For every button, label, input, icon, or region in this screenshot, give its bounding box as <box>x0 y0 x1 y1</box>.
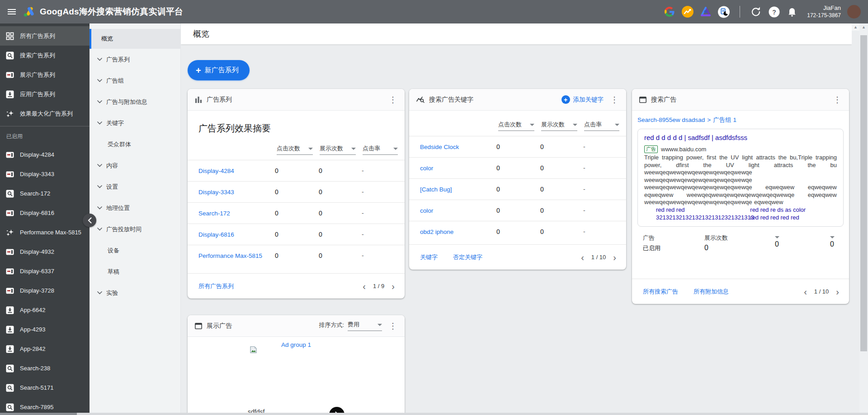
sitelink[interactable]: red red red <box>656 206 685 213</box>
all-extensions-link[interactable]: 所有附加信息 <box>693 288 729 296</box>
campaign-link[interactable]: Display-3343 <box>198 189 275 196</box>
sitelink[interactable]: 321321321321321321312321321313 <box>656 214 754 221</box>
refresh-icon[interactable] <box>750 6 762 18</box>
sort-select[interactable]: 费用 <box>348 321 382 331</box>
sidebar-item-all-campaigns[interactable]: 所有广告系列 <box>0 26 90 46</box>
sidebar-item-display-campaigns[interactable]: 展示广告系列 <box>0 65 90 84</box>
next-page-icon[interactable]: › <box>835 287 840 296</box>
sidebar-campaign-display-4284[interactable]: Display-4284 <box>0 145 90 164</box>
prev-page-icon[interactable]: ‹ <box>580 253 585 262</box>
subnav-item-keywords[interactable]: 关键字 <box>90 112 180 134</box>
prev-page-icon[interactable]: ‹ <box>803 287 808 296</box>
keyword-link[interactable]: obd2 iphone <box>420 228 496 235</box>
subnav-item-ads-extensions[interactable]: 广告与附加信息 <box>90 91 180 112</box>
ad-group-link[interactable]: 广告组 1 <box>713 117 736 123</box>
avatar[interactable] <box>847 5 861 19</box>
sidebar-campaign-app-6642[interactable]: App-6642 <box>0 300 90 320</box>
campaign-link[interactable]: Search-172 <box>198 210 275 217</box>
prev-page-icon[interactable]: ‹ <box>362 282 367 291</box>
subnav-item-ad-schedule[interactable]: 广告投放时间 <box>90 219 180 240</box>
subnav-item-ad-groups[interactable]: 广告组 <box>90 70 180 91</box>
subnav-item-overview[interactable]: 概览 <box>90 29 180 49</box>
subnav-item-content[interactable]: 内容 <box>90 155 180 176</box>
ad-breadcrumb: Search-8955ew dsadsad>广告组 1 <box>632 111 849 124</box>
metric-select-clicks[interactable]: 点击次数 <box>277 145 313 155</box>
page-title: 概览 <box>193 28 209 39</box>
sidebar-campaign-search-238[interactable]: Search-238 <box>0 359 90 378</box>
metric-dropdown-icon[interactable] <box>775 236 779 238</box>
broken-image-icon <box>250 346 257 354</box>
ctr-value: - <box>583 228 626 235</box>
metric-select-impressions[interactable]: 展示次数 <box>320 145 356 155</box>
sitelink[interactable]: red red red red red <box>750 214 799 221</box>
sidebar-campaign-display-3343[interactable]: Display-3343 <box>0 164 90 184</box>
keyword-link[interactable]: [Catch Bug] <box>420 186 496 193</box>
subnav-item-drafts[interactable]: 草稿 <box>90 261 180 282</box>
next-page-icon[interactable]: › <box>612 253 617 262</box>
inner-scrollbar[interactable]: ▲ <box>852 23 859 31</box>
subnav-item-settings[interactable]: 设置 <box>90 176 180 197</box>
vertical-scrollbar[interactable]: ▲ <box>859 23 868 413</box>
new-campaign-button[interactable]: + 新广告系列 <box>188 60 250 80</box>
add-keyword-button[interactable]: + 添加关键字 <box>561 95 604 104</box>
subnav-item-experiments[interactable]: 实验 <box>90 282 180 303</box>
campaign-label: Performance Max-5815 <box>20 229 81 236</box>
more-menu-icon[interactable]: ⋮ <box>608 95 621 105</box>
sidebar-campaign-pmax-5815[interactable]: Performance Max-5815 <box>0 223 90 242</box>
all-search-ads-link[interactable]: 所有搜索广告 <box>643 288 678 296</box>
ad-headline[interactable]: red d d d d d | sadfsdf | asdfdsfsss <box>644 134 837 141</box>
metric-select-clicks[interactable]: 点击次数 <box>498 121 534 131</box>
sidebar-campaign-app-2842[interactable]: App-2842 <box>0 339 90 359</box>
sidebar-campaign-display-6337[interactable]: Display-6337 <box>0 261 90 281</box>
keyword-link[interactable]: color <box>420 165 496 172</box>
keyword-link[interactable]: color <box>420 207 496 214</box>
all-campaigns-link[interactable]: 所有广告系列 <box>198 282 234 290</box>
help-icon[interactable]: ? <box>768 6 780 18</box>
next-page-icon[interactable]: › <box>391 282 396 291</box>
sidebar-item-pmax-campaigns[interactable]: 效果最大化广告系列 <box>0 104 90 123</box>
more-menu-icon[interactable]: ⋮ <box>831 95 844 105</box>
notifications-bell-icon[interactable] <box>786 6 798 18</box>
triangle-logo-icon[interactable] <box>700 6 712 18</box>
sidebar-campaign-app-4293[interactable]: App-4293 <box>0 320 90 339</box>
subnav-item-audiences[interactable]: 受众群体 <box>90 134 180 155</box>
keyword-link[interactable]: Bedside Clock <box>420 144 496 150</box>
sidebar-campaign-display-4932[interactable]: Display-4932 <box>0 242 90 261</box>
trends-icon[interactable] <box>682 6 693 18</box>
metric-select-ctr[interactable]: 点击率 <box>363 145 398 155</box>
ad-group-link[interactable]: Ad group 1 <box>281 341 311 348</box>
scrollbar-thumb[interactable] <box>0 413 77 415</box>
clicks-value: 0 <box>496 228 540 235</box>
metric-select-impressions[interactable]: 展示次数 <box>541 121 577 131</box>
clicks-value: 0 <box>275 231 319 238</box>
scrollbar-thumb[interactable] <box>860 35 867 351</box>
collapse-sidebar-button[interactable] <box>83 214 96 227</box>
negative-keywords-link[interactable]: 否定关键字 <box>453 253 482 261</box>
more-menu-icon[interactable]: ⋮ <box>387 321 399 331</box>
metric-dropdown-icon[interactable] <box>830 236 835 238</box>
campaign-link[interactable]: Search-8955ew dsadsad <box>637 117 705 123</box>
campaign-link[interactable]: Display-4284 <box>198 168 275 174</box>
sitelink[interactable]: red red re ds as color <box>750 206 806 213</box>
sidebar-item-search-campaigns[interactable]: 搜索广告系列 <box>0 46 90 65</box>
scroll-up-icon[interactable]: ▲ <box>859 23 868 31</box>
report-icon[interactable] <box>718 6 730 18</box>
hamburger-menu-icon[interactable] <box>3 3 21 21</box>
sidebar-item-app-campaigns[interactable]: 应用广告系列 <box>0 84 90 104</box>
subnav-item-locations[interactable]: 地理位置 <box>90 197 180 219</box>
sidebar-campaign-display-3728[interactable]: Display-3728 <box>0 281 90 300</box>
campaign-link[interactable]: Performance Max-5815 <box>198 252 275 259</box>
scroll-up-icon[interactable]: ▲ <box>852 23 859 31</box>
subnav-item-devices[interactable]: 设备 <box>90 240 180 261</box>
sidebar-campaign-search-7895[interactable]: Search-7895 <box>0 397 90 413</box>
metric-select-ctr[interactable]: 点击率 <box>584 121 619 131</box>
campaign-link[interactable]: Display-6816 <box>198 231 275 238</box>
sidebar-campaign-search-5171[interactable]: Search-5171 <box>0 378 90 397</box>
sidebar-campaign-search-172[interactable]: Search-172 <box>0 184 90 203</box>
keywords-link[interactable]: 关键字 <box>420 253 438 261</box>
google-icon[interactable] <box>664 6 675 18</box>
horizontal-scrollbar[interactable] <box>0 413 868 415</box>
subnav-item-campaigns[interactable]: 广告系列 <box>90 49 180 70</box>
more-menu-icon[interactable]: ⋮ <box>387 95 399 105</box>
sidebar-campaign-display-6816[interactable]: Display-6816 <box>0 203 90 223</box>
